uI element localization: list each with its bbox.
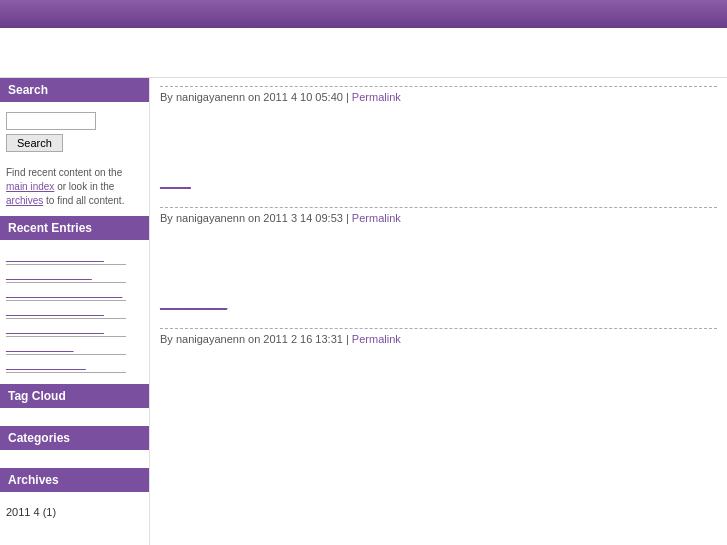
search-main-index-link[interactable]: main index (6, 181, 54, 192)
tag-cloud-section-title: Tag Cloud (0, 384, 149, 408)
tag-cloud-section (0, 414, 149, 426)
post-block-1: By nanigayanenn on 2011 4 10 05:40 | Per… (160, 86, 717, 199)
search-hint: Find recent content on the main index or… (0, 160, 149, 216)
recent-entry-link[interactable]: ___________ (6, 340, 126, 355)
post-meta-text-2: By nanigayanenn on 2011 3 14 09:53 | (160, 212, 352, 224)
search-hint-end: to find all content. (43, 195, 124, 206)
categories-section (0, 456, 149, 468)
search-input[interactable] (6, 112, 96, 130)
post-read-more-1[interactable]: _____ (160, 176, 191, 189)
post-permalink-1[interactable]: Permalink (352, 91, 401, 103)
recent-entries-section: ________________ ______________ ________… (0, 246, 149, 384)
recent-entry-link[interactable]: ________________ (6, 250, 126, 265)
post-separator-2 (160, 207, 717, 208)
recent-entries-section-title: Recent Entries (0, 216, 149, 240)
categories-section-title: Categories (0, 426, 149, 450)
page-wrapper: Search Search Find recent content on the… (0, 28, 727, 545)
post-separator (160, 86, 717, 87)
post-meta-3: By nanigayanenn on 2011 2 16 13:31 | Per… (160, 333, 717, 345)
recent-entry-link[interactable]: ___________________ (6, 286, 126, 301)
post-body-2 (160, 230, 717, 290)
post-read-more-2[interactable]: ___________ (160, 297, 227, 310)
post-block-3: By nanigayanenn on 2011 2 16 13:31 | Per… (160, 328, 717, 411)
search-hint-text: Find recent content on the (6, 167, 122, 178)
search-button[interactable]: Search (6, 134, 63, 152)
archives-item: 2011 4 (1) (6, 506, 143, 518)
post-meta-text-1: By nanigayanenn on 2011 4 10 05:40 | (160, 91, 352, 103)
post-body-3 (160, 351, 717, 411)
post-separator-3 (160, 328, 717, 329)
post-meta-2: By nanigayanenn on 2011 3 14 09:53 | Per… (160, 212, 717, 224)
search-section: Search (0, 108, 149, 160)
recent-entry-link[interactable]: ______________ (6, 268, 126, 283)
post-body-1 (160, 109, 717, 169)
post-meta-text-3: By nanigayanenn on 2011 2 16 13:31 | (160, 333, 352, 345)
content-area: Search Search Find recent content on the… (0, 78, 727, 545)
post-permalink-3[interactable]: Permalink (352, 333, 401, 345)
post-block-2: By nanigayanenn on 2011 3 14 09:53 | Per… (160, 207, 717, 320)
archives-section-title: Archives (0, 468, 149, 492)
search-archives-link[interactable]: archives (6, 195, 43, 206)
main-content: By nanigayanenn on 2011 4 10 05:40 | Per… (150, 78, 727, 545)
recent-entry-link[interactable]: ________________ (6, 304, 126, 319)
search-hint-middle: or look in the (54, 181, 114, 192)
sidebar: Search Search Find recent content on the… (0, 78, 150, 545)
recent-entry-link[interactable]: _____________ (6, 358, 126, 373)
search-section-title: Search (0, 78, 149, 102)
archives-section: 2011 4 (1) (0, 498, 149, 526)
post-permalink-2[interactable]: Permalink (352, 212, 401, 224)
top-bar (0, 0, 727, 28)
header-area (0, 28, 727, 78)
post-meta-1: By nanigayanenn on 2011 4 10 05:40 | Per… (160, 91, 717, 103)
recent-entry-link[interactable]: ________________ (6, 322, 126, 337)
